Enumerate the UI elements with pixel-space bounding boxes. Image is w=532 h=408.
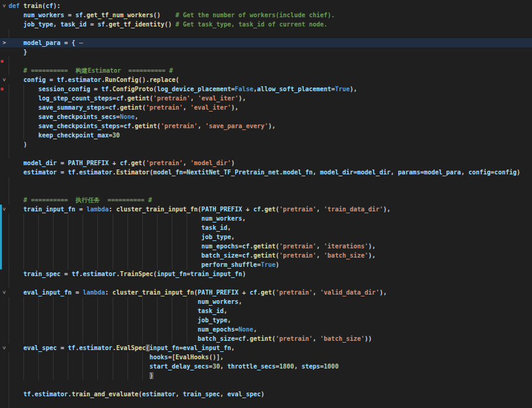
indent-guide	[9, 112, 9, 121]
code-token: cf	[120, 160, 127, 166]
code-token: get_tf_num_workers	[86, 12, 153, 18]
code-line[interactable]: log_step_count_steps=cf.getint('pretrain…	[0, 94, 532, 103]
indent-guide	[187, 306, 187, 316]
code-line[interactable]: job_type,	[0, 232, 532, 242]
code-line[interactable]: tf.estimator.train_and_evaluate(estimato…	[0, 390, 532, 399]
code-token	[9, 224, 201, 231]
indent-guide	[127, 223, 128, 232]
code-line[interactable]	[0, 149, 532, 158]
indent-guide	[157, 242, 158, 251]
folded-code-ellipsis[interactable]: ⋯	[79, 39, 83, 46]
code-line[interactable]: task_id,	[0, 223, 532, 232]
breakpoint-dot[interactable]	[1, 88, 4, 91]
code-token: start_delay_secs	[150, 363, 209, 370]
code-token: tf	[23, 391, 31, 398]
code-line[interactable]: num_workers,	[0, 297, 532, 306]
code-line[interactable]: hooks=[EvalHooks()],	[0, 353, 532, 362]
fold-chevron-down-icon[interactable]: >	[1, 205, 8, 214]
code-line[interactable]: batch_size=cf.getint('pretrain', 'batch_…	[0, 334, 532, 343]
code-line[interactable]: > model_para = { ⋯	[0, 38, 532, 47]
indent-guide	[157, 214, 158, 223]
breakpoint-dot[interactable]	[1, 60, 4, 63]
code-line[interactable]: num_workers = sf.get_tf_num_workers() # …	[0, 10, 532, 20]
code-token: NextitNet_TF_Pretrain_net	[187, 169, 280, 176]
fold-chevron-down-icon[interactable]: >	[1, 75, 8, 84]
code-line[interactable]: keep_checkpoint_max=30	[0, 131, 532, 140]
code-line[interactable]: save_summary_steps=cf.getint('pretrain',…	[0, 103, 532, 112]
code-token: ,	[183, 104, 190, 111]
code-line[interactable]	[0, 57, 532, 66]
code-line[interactable]	[0, 380, 532, 390]
code-line[interactable]: num_epochs=None,	[0, 325, 532, 334]
fold-chevron-down-icon[interactable]: >	[1, 1, 8, 10]
code-line[interactable]: task_id,	[0, 306, 532, 316]
code-token: Estimator	[116, 169, 150, 176]
indent-guide	[9, 325, 9, 334]
code-token: 'eval_iter'	[198, 95, 238, 102]
code-token: cluster_train_input_fn	[116, 206, 198, 213]
code-line[interactable]: # ========== 构建Estimator ========== #	[0, 66, 532, 75]
indent-guide	[97, 325, 98, 334]
code-line[interactable]: num_workers,	[0, 214, 532, 223]
code-token: cluster_train_input_fn	[113, 289, 194, 296]
code-token: lambda	[83, 289, 105, 296]
indent-guide	[172, 242, 172, 251]
code-token: task_id	[198, 308, 224, 314]
code-token: params	[398, 169, 420, 176]
indent-guide	[157, 260, 158, 269]
code-line[interactable]: }	[0, 47, 532, 57]
code-line[interactable]: )	[0, 140, 532, 149]
code-line[interactable]: > config = tf.estimator.RunConfig().repl…	[0, 75, 532, 84]
chevron-glyph: >	[0, 208, 9, 211]
code-line[interactable]: train_spec = tf.estimator.TrainSpec(inpu…	[0, 269, 532, 279]
code-line[interactable]	[0, 399, 532, 408]
indent-guide	[97, 362, 98, 371]
code-line[interactable]: num_epochs=cf.getint('pretrain', 'iterat…	[0, 242, 532, 251]
code-token: 'batch_size'	[324, 252, 368, 259]
fold-chevron-down-icon[interactable]: >	[1, 343, 8, 353]
code-token: getint	[253, 243, 275, 250]
git-modified-indicator	[0, 214, 2, 223]
code-line[interactable]: > eval_input_fn = lambda: cluster_train_…	[0, 288, 532, 297]
code-token: ,	[190, 95, 198, 102]
indent-guide	[53, 223, 54, 232]
indent-guide	[83, 353, 83, 362]
code-line[interactable]	[0, 186, 532, 195]
code-line[interactable]: > eval_spec = tf.estimator.EvalSpec(inpu…	[0, 343, 532, 353]
code-token: batch_size	[198, 335, 235, 342]
indent-guide	[9, 380, 9, 390]
code-line[interactable]	[0, 29, 532, 38]
indent-guide	[97, 334, 98, 343]
code-line[interactable]: >def train(cf):	[0, 1, 532, 10]
code-line[interactable]: model_dir = PATH_PREFIX + cf.get('pretra…	[0, 158, 532, 168]
code-editor[interactable]: >def train(cf): num_workers = sf.get_tf_…	[0, 0, 532, 408]
indent-guide	[127, 325, 128, 334]
indent-guide	[127, 232, 128, 242]
code-line[interactable]: perform_shuffle=True)	[0, 260, 532, 269]
code-line[interactable]	[0, 177, 532, 186]
code-line[interactable]: # ========== 执行任务 ========== #	[0, 195, 532, 205]
code-line[interactable]: start_delay_secs=30, throttle_secs=1800,…	[0, 362, 532, 371]
code-line[interactable]: estimator = tf.estimator.Estimator(model…	[0, 168, 532, 177]
code-line[interactable]: batch_size=cf.getint('pretrain', 'batch_…	[0, 251, 532, 260]
code-line[interactable]: )	[0, 371, 532, 380]
code-token	[9, 308, 198, 314]
code-line[interactable]: > train_input_fn = lambda: cluster_train…	[0, 205, 532, 214]
code-line[interactable]: job_type, task_id = sf.get_tf_identity()…	[0, 20, 532, 29]
fold-chevron-right-icon[interactable]: >	[1, 38, 8, 47]
code-line[interactable]: session_config = tf.ConfigProto(log_devi…	[0, 84, 532, 94]
git-modified-indicator	[0, 260, 2, 269]
code-token: 1000	[324, 363, 339, 370]
indent-guide	[23, 223, 24, 232]
code-token: getint	[253, 252, 275, 259]
indent-guide	[38, 306, 39, 316]
fold-chevron-down-icon[interactable]: >	[1, 288, 8, 297]
code-token: )	[231, 160, 235, 166]
indent-guide	[157, 334, 158, 343]
code-line[interactable]	[0, 279, 532, 288]
code-line[interactable]: job_type,	[0, 316, 532, 325]
code-line[interactable]: save_checkpoints_steps=cf.getint('pretra…	[0, 121, 532, 131]
code-line[interactable]: save_checkpoints_secs=None,	[0, 112, 532, 121]
indent-guide	[83, 232, 83, 242]
chevron-glyph: >	[0, 346, 9, 349]
